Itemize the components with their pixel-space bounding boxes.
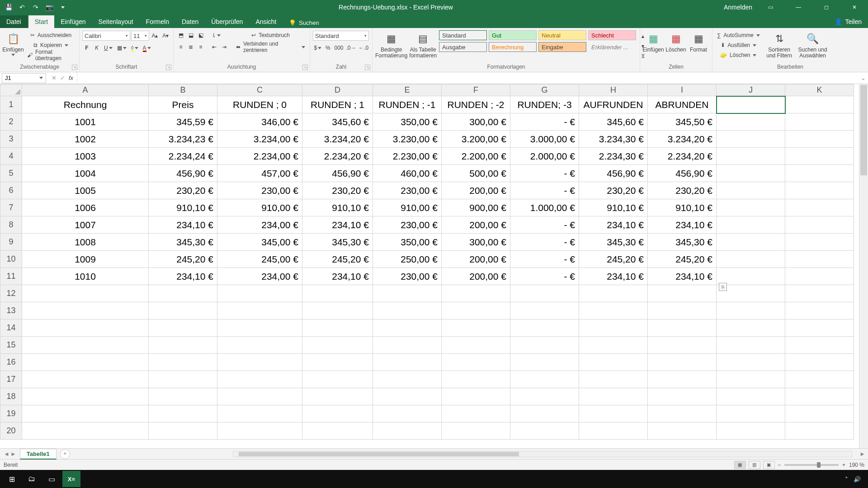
align-left-icon[interactable]: ≡ <box>176 42 185 52</box>
cell[interactable] <box>22 422 149 440</box>
cell[interactable] <box>648 337 717 354</box>
cell[interactable]: 2.200,00 € <box>442 148 510 165</box>
wrap-text-button[interactable]: ↩ Textumbruch <box>234 31 307 40</box>
cell[interactable] <box>149 388 217 405</box>
cell[interactable] <box>785 148 854 165</box>
row-header[interactable]: 13 <box>0 302 22 319</box>
cell[interactable] <box>579 422 648 440</box>
style-berechnung[interactable]: Berechnung <box>489 42 537 52</box>
cell[interactable] <box>22 371 149 388</box>
column-header[interactable]: C <box>217 84 302 96</box>
cell[interactable] <box>717 216 785 234</box>
cell[interactable] <box>717 405 785 422</box>
zoom-in-icon[interactable]: + <box>842 462 845 468</box>
autosum-button[interactable]: ∑ AutoSumme <box>715 31 762 40</box>
clear-button[interactable]: 🧽 Löschen <box>715 51 762 60</box>
cell[interactable]: 1002 <box>22 131 149 148</box>
row-header[interactable]: 8 <box>0 216 22 234</box>
cell[interactable]: - € <box>510 182 579 199</box>
conditional-formatting-button[interactable]: ▦Bedingte Formatierung <box>375 30 407 59</box>
sheet-tab-tabelle1[interactable]: Tabelle1 <box>20 449 57 460</box>
cell[interactable]: 300,00 € <box>442 234 510 251</box>
cell[interactable]: Rechnung <box>22 96 149 113</box>
cell[interactable] <box>22 388 149 405</box>
cell[interactable]: 200,00 € <box>442 216 510 234</box>
cell[interactable] <box>302 319 373 337</box>
cell[interactable]: 230,00 € <box>373 216 442 234</box>
cell[interactable] <box>442 388 510 405</box>
cell[interactable]: 234,10 € <box>302 268 373 285</box>
cell[interactable]: 345,60 € <box>302 113 373 131</box>
cell[interactable] <box>302 422 373 440</box>
cell[interactable] <box>373 405 442 422</box>
cancel-formula-icon[interactable]: ✕ <box>52 75 57 81</box>
cell[interactable]: 2.234,30 € <box>579 148 648 165</box>
column-header[interactable]: A <box>22 84 149 96</box>
expand-formula-bar-icon[interactable]: ⌄ <box>858 75 868 81</box>
ribbon-display-icon[interactable]: ▭ <box>760 0 780 14</box>
cell[interactable]: 3.234,20 € <box>648 131 717 148</box>
cell[interactable] <box>579 371 648 388</box>
redo-icon[interactable]: ↷ <box>32 3 40 11</box>
cell[interactable]: 3.200,00 € <box>442 131 510 148</box>
cell[interactable]: 234,10 € <box>149 268 217 285</box>
cell[interactable] <box>717 371 785 388</box>
cell[interactable] <box>648 302 717 319</box>
cell[interactable] <box>442 371 510 388</box>
cell[interactable] <box>579 319 648 337</box>
format-as-table-button[interactable]: ▤Als Tabelle formatieren <box>409 30 437 59</box>
cell[interactable]: 234,10 € <box>648 216 717 234</box>
tab-home[interactable]: Start <box>28 15 55 28</box>
cell[interactable] <box>785 337 854 354</box>
cell[interactable]: - € <box>510 165 579 182</box>
cell[interactable]: - € <box>510 268 579 285</box>
cell[interactable]: 3.230,00 € <box>373 131 442 148</box>
spreadsheet-grid[interactable]: ABCDEFGHIJK 1RechnungPreisRUNDEN ; 0RUND… <box>0 84 854 440</box>
cell[interactable]: 200,00 € <box>442 268 510 285</box>
zoom-out-icon[interactable]: − <box>778 462 781 468</box>
cell[interactable]: 345,30 € <box>579 234 648 251</box>
cell[interactable]: 234,10 € <box>579 216 648 234</box>
cell[interactable]: 230,00 € <box>373 182 442 199</box>
excel-taskbar-icon[interactable]: X≡ <box>62 471 80 487</box>
cell[interactable]: 234,10 € <box>149 216 217 234</box>
cell[interactable] <box>149 405 217 422</box>
autofill-options-icon[interactable]: ⎘ <box>719 283 727 291</box>
cell[interactable] <box>510 405 579 422</box>
cell[interactable] <box>442 302 510 319</box>
cell[interactable] <box>373 388 442 405</box>
close-icon[interactable]: ✕ <box>844 0 864 14</box>
cell[interactable]: 2.234,20 € <box>648 148 717 165</box>
cell[interactable]: 456,90 € <box>648 165 717 182</box>
cell[interactable] <box>22 354 149 371</box>
cell[interactable]: 200,00 € <box>442 251 510 268</box>
cell[interactable]: 910,10 € <box>302 199 373 216</box>
fill-color-icon[interactable]: ◊ <box>129 43 140 52</box>
minimize-icon[interactable]: — <box>788 0 808 14</box>
copy-button[interactable]: ⧉ Kopieren <box>25 41 76 50</box>
column-header[interactable]: H <box>579 84 648 96</box>
cell[interactable] <box>785 422 854 440</box>
cell[interactable]: - € <box>510 251 579 268</box>
cell[interactable]: - € <box>510 216 579 234</box>
cell[interactable]: Preis <box>149 96 217 113</box>
style-standard[interactable]: Standard <box>439 30 487 40</box>
row-header[interactable]: 1 <box>0 96 22 113</box>
row-header[interactable]: 17 <box>0 371 22 388</box>
cell[interactable] <box>717 268 785 285</box>
cell[interactable] <box>510 354 579 371</box>
column-header[interactable]: G <box>510 84 579 96</box>
cell[interactable] <box>510 422 579 440</box>
cell[interactable]: 234,10 € <box>579 268 648 285</box>
cell[interactable]: 230,00 € <box>373 268 442 285</box>
cell[interactable]: 345,00 € <box>217 234 302 251</box>
cell[interactable] <box>442 337 510 354</box>
cell[interactable]: 234,00 € <box>217 268 302 285</box>
cell[interactable]: RUNDEN ; 1 <box>302 96 373 113</box>
cell[interactable] <box>302 337 373 354</box>
decrease-indent-icon[interactable]: ⇤ <box>210 42 219 52</box>
tab-layout[interactable]: Seitenlayout <box>92 15 140 28</box>
cell[interactable] <box>149 337 217 354</box>
cell[interactable]: 456,90 € <box>302 165 373 182</box>
signin-link[interactable]: Anmelden <box>724 4 752 11</box>
